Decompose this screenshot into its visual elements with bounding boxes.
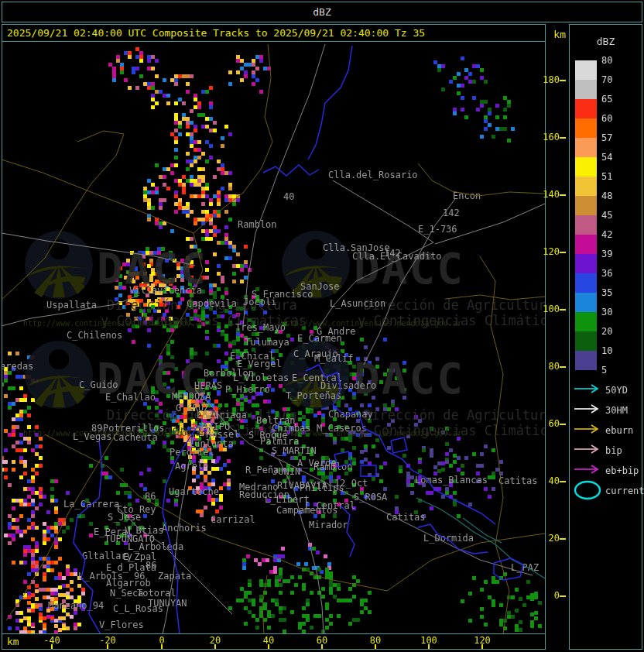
- bip-arrow-icon: [573, 443, 602, 455]
- y-axis-tick-label: 60: [549, 418, 560, 429]
- dbz-scale-label: 70: [601, 74, 612, 85]
- dbz-color-band: [575, 293, 597, 312]
- 30HM-arrow-icon: [573, 403, 602, 415]
- y-axis-tick: [560, 424, 566, 425]
- radar-map-panel: 2025/09/21 02:40:00 UTC Composite Tracks…: [2, 24, 546, 650]
- dbz-scale-label: 60: [601, 113, 612, 124]
- legend-label: current: [605, 486, 644, 496]
- x-axis-unit: km: [7, 636, 19, 647]
- dbz-scale-label: 30: [601, 307, 612, 317]
- current-ellipse-icon: [573, 480, 602, 500]
- legend-item-current: current: [573, 483, 641, 502]
- legend-item-30hm: 30HM: [573, 403, 641, 421]
- dbz-color-band: [575, 235, 597, 254]
- dbz-color-band: [575, 118, 597, 138]
- dbz-color-band: [575, 138, 597, 157]
- dbz-scale-label: 54: [601, 152, 612, 163]
- dbz-color-band: [575, 157, 597, 177]
- legend-label: 30HM: [605, 405, 628, 416]
- y-axis-tick: [560, 538, 566, 540]
- y-axis-tick: [560, 481, 566, 482]
- legend-item-eb-bip: eb+bip: [573, 463, 641, 482]
- dbz-scale-label: 51: [601, 171, 612, 182]
- dbz-color-band: [575, 196, 597, 215]
- dbz-scale-label: 45: [601, 210, 612, 221]
- y-axis-tick-label: 100: [543, 304, 560, 314]
- dbz-color-band: [575, 351, 597, 370]
- x-axis-tick: [107, 644, 108, 649]
- y-axis-tick-label: 20: [549, 533, 560, 544]
- eb+bip-arrow-icon: [573, 463, 602, 475]
- dbz-scale-label: 10: [601, 345, 612, 356]
- legend-label: eburn: [605, 425, 633, 436]
- x-axis-tick: [268, 644, 269, 649]
- dbz-scale-label: 5: [601, 365, 607, 376]
- legend-item-eburn: eburn: [573, 423, 641, 441]
- dbz-scale-label: 48: [601, 190, 612, 201]
- x-axis: km -40-20020406080100120: [2, 633, 545, 649]
- dbz-color-band: [575, 60, 597, 80]
- y-axis-tick-label: 140: [543, 189, 560, 200]
- dbz-scale-label: 35: [601, 287, 612, 298]
- header-bar: dBZ: [2, 2, 642, 22]
- dbz-scale-label: 80: [601, 55, 612, 66]
- y-axis-tick: [560, 309, 566, 311]
- dbz-color-band: [575, 215, 597, 235]
- x-axis-tick: [51, 644, 53, 649]
- legend-label: eb+bip: [605, 465, 639, 476]
- y-axis-tick: [560, 366, 566, 368]
- y-axis-tick-label: 40: [549, 475, 560, 486]
- map-timestamp-title: 2025/09/21 02:40:00 UTC Composite Tracks…: [2, 25, 545, 42]
- dbz-scale-label: 39: [601, 249, 612, 259]
- legend-label: bip: [605, 445, 622, 456]
- y-axis-tick: [560, 80, 566, 81]
- dbz-color-band: [575, 254, 597, 273]
- dbz-scale-label: 57: [601, 132, 612, 143]
- dbz-scale-label: 65: [601, 94, 612, 105]
- y-axis-tick: [560, 252, 566, 253]
- legend-item-50yd: 50YD: [573, 383, 641, 401]
- y-axis-tick-label: 180: [543, 74, 560, 85]
- dbz-color-band: [575, 312, 597, 331]
- scale-title: dBZ: [570, 36, 642, 47]
- dbz-scale-label: 20: [601, 326, 612, 337]
- y-axis-tick-label: 80: [549, 361, 560, 372]
- y-axis-tick: [560, 194, 566, 196]
- legend-item-bip: bip: [573, 443, 641, 462]
- y-axis-tick-label: 160: [543, 132, 560, 142]
- y-axis-tick: [560, 137, 566, 139]
- dbz-color-band: [575, 273, 597, 293]
- x-axis-tick: [214, 644, 216, 649]
- y-axis-tick: [560, 595, 566, 597]
- x-axis-tick: [375, 644, 376, 649]
- x-axis-tick: [481, 644, 483, 649]
- map-lines-layer: [2, 43, 545, 633]
- header-title: dBZ: [313, 6, 331, 18]
- legend-label: 50YD: [605, 385, 628, 396]
- dbz-scale-label: 42: [601, 229, 612, 240]
- y-axis: km 180160140120100806040200: [546, 24, 569, 650]
- x-axis-tick: [161, 644, 163, 649]
- 50YD-arrow-icon: [573, 383, 602, 395]
- x-axis-tick: [428, 644, 430, 649]
- eburn-arrow-icon: [573, 423, 602, 435]
- dbz-color-band: [575, 177, 597, 196]
- y-axis-tick-label: 0: [554, 590, 560, 601]
- dbz-color-band: [575, 80, 597, 99]
- radar-map-view: DACCDirección de Agriculturay Contingenc…: [2, 43, 545, 633]
- dbz-scale-label: 36: [601, 268, 612, 279]
- dbz-color-band: [575, 99, 597, 118]
- dbz-scale-panel: dBZ 80706560575451484542393635302010550Y…: [569, 24, 642, 650]
- x-axis-tick: [321, 644, 323, 649]
- dbz-color-band: [575, 331, 597, 351]
- y-axis-unit: km: [553, 29, 566, 40]
- y-axis-tick-label: 120: [543, 246, 560, 257]
